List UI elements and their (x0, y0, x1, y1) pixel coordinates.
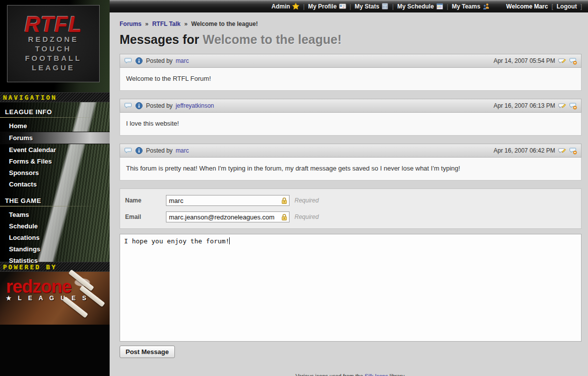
lock-icon (281, 213, 288, 221)
sidebar-item-locations[interactable]: Locations (0, 232, 110, 243)
page-title-prefix: Messages for (120, 32, 203, 46)
calculator-icon (381, 2, 389, 10)
footer-text: Various icons used from the (295, 373, 365, 376)
logout-bracket: [ (552, 3, 553, 10)
league-logo: RTFL REDZONE TOUCH FOOTBALL LEAGUE (0, 0, 110, 92)
sidebar-nav: LEAGUE INFO Home Forums Event Calendar F… (0, 102, 110, 262)
post-date: Apr 16, 2007 06:13 PM (494, 102, 555, 109)
delete-post-button[interactable] (569, 57, 577, 65)
edit-comment-icon (558, 102, 566, 110)
message-textarea[interactable]: I hope you enjoy the forum! (120, 234, 582, 342)
league-logo-line: TOUCH (7, 44, 99, 53)
sidebar-item-forms-files[interactable]: Forms & Files (0, 156, 110, 167)
required-hint: Required (294, 197, 319, 204)
league-logo-acronym: RTFL (7, 14, 99, 34)
topbar-my-profile-link[interactable]: My Profile (308, 2, 346, 10)
topbar-my-schedule-link[interactable]: My Schedule (397, 2, 443, 10)
info-icon (135, 147, 143, 155)
required-hint: Required (294, 213, 319, 220)
calendar-icon (436, 2, 443, 10)
league-logo-box: RTFL REDZONE TOUCH FOOTBALL LEAGUE (7, 5, 100, 82)
topbar-my-schedule-label: My Schedule (397, 3, 434, 10)
email-row: Email Required (125, 211, 576, 222)
email-label: Email (125, 213, 166, 220)
edit-post-button[interactable] (558, 57, 566, 65)
breadcrumb-forums-link[interactable]: Forums (120, 20, 142, 27)
message-body: I love this website! (120, 113, 582, 136)
welcome-user-text: Welcome Marc (506, 3, 548, 10)
breadcrumb-separator: » (145, 20, 148, 27)
redzone-leagues-logo: redzone ★ L E A G U E S ★ (0, 272, 110, 325)
email-input[interactable] (166, 211, 290, 222)
sidebar-item-schedule[interactable]: Schedule (0, 220, 110, 232)
edit-comment-icon (558, 57, 566, 65)
section-title-league-info: LEAGUE INFO (0, 107, 110, 117)
author-link[interactable]: jeffreyatkinson (175, 102, 214, 109)
sidebar-item-forums[interactable]: Forums (0, 132, 110, 144)
delete-post-button[interactable] (569, 147, 577, 155)
topbar-my-teams-label: My Teams (452, 3, 480, 10)
logout-bracket: ] (581, 3, 582, 10)
message-header: Posted by marc Apr 14, 2007 05:54 PM (120, 54, 582, 68)
post-date: Apr 16, 2007 06:42 PM (494, 147, 555, 154)
topbar-separator: | (303, 3, 304, 10)
edit-post-button[interactable] (558, 102, 566, 110)
sidebar-item-statistics[interactable]: Statistics (0, 255, 110, 266)
posted-by-label: Posted by (146, 57, 172, 64)
delete-comment-icon (569, 102, 577, 110)
delete-comment-icon (569, 147, 577, 155)
message-post: Posted by marc Apr 14, 2007 05:54 PM Wel… (120, 54, 582, 91)
info-icon (135, 57, 143, 65)
post-message-button[interactable]: Post Message (120, 346, 175, 358)
main-area: Admin | My Profile | My Stats | My Sched… (110, 0, 588, 376)
sidebar-item-event-calendar[interactable]: Event Calendar (0, 144, 110, 156)
breadcrumb-rtfl-talk-link[interactable]: RTFL Talk (152, 20, 180, 27)
author-link[interactable]: marc (175, 147, 189, 154)
topbar-my-profile-label: My Profile (308, 3, 336, 10)
posted-by-label: Posted by (146, 147, 172, 154)
sidebar-item-teams[interactable]: Teams (0, 209, 110, 220)
delete-post-button[interactable] (569, 102, 577, 110)
section-divider (0, 206, 110, 206)
silk-icons-link[interactable]: Silk Icons (365, 373, 388, 376)
message-post: Posted by jeffreyatkinson Apr 16, 2007 0… (120, 99, 582, 136)
message-body: This forum is pretty neat! When I'm typi… (120, 158, 582, 181)
author-link[interactable]: marc (175, 57, 189, 64)
topbar-admin-link[interactable]: Admin (272, 2, 299, 10)
sidebar-item-home[interactable]: Home (0, 120, 110, 132)
name-label: Name (125, 197, 166, 204)
topbar-my-stats-label: My Stats (355, 3, 379, 10)
edit-post-button[interactable] (558, 147, 566, 155)
info-icon (135, 102, 143, 110)
comment-bubble-icon (124, 147, 132, 155)
sidebar: RTFL REDZONE TOUCH FOOTBALL LEAGUE NAVIG… (0, 0, 110, 376)
page-title: Messages for Welcome to the league! (120, 32, 582, 47)
vcard-icon (339, 2, 346, 10)
footer-text: library. (388, 373, 406, 376)
comment-bubble-icon (124, 102, 132, 110)
message-post: Posted by marc Apr 16, 2007 06:42 PM Thi… (120, 144, 582, 181)
topbar-separator: | (392, 3, 394, 10)
topbar: Admin | My Profile | My Stats | My Sched… (110, 0, 588, 12)
league-logo-line: LEAGUE (7, 63, 99, 72)
topbar-my-teams-link[interactable]: My Teams (452, 2, 490, 10)
sidebar-item-standings[interactable]: Standings (0, 243, 110, 255)
name-input[interactable] (166, 195, 290, 206)
posted-by-label: Posted by (146, 102, 172, 109)
edit-comment-icon (558, 147, 566, 155)
message-draft-text: I hope you enjoy the forum! (124, 237, 229, 245)
text-cursor (229, 237, 230, 244)
comment-bubble-icon (124, 57, 132, 65)
section-title-the-game: THE GAME (0, 196, 110, 205)
navigation-label: NAVIGATION (0, 92, 110, 102)
topbar-admin-label: Admin (272, 3, 290, 10)
league-logo-line: REDZONE (7, 34, 99, 44)
message-header: Posted by marc Apr 16, 2007 06:42 PM (120, 144, 582, 158)
logout-link[interactable]: Logout (557, 3, 577, 10)
lock-icon (281, 197, 288, 204)
league-logo-line: FOOTBALL (7, 53, 99, 63)
breadcrumb: Forums » RTFL Talk » Welcome to the leag… (120, 20, 582, 27)
sidebar-item-sponsors[interactable]: Sponsors (0, 167, 110, 179)
sidebar-item-contacts[interactable]: Contacts (0, 179, 110, 190)
topbar-my-stats-link[interactable]: My Stats (355, 2, 389, 10)
